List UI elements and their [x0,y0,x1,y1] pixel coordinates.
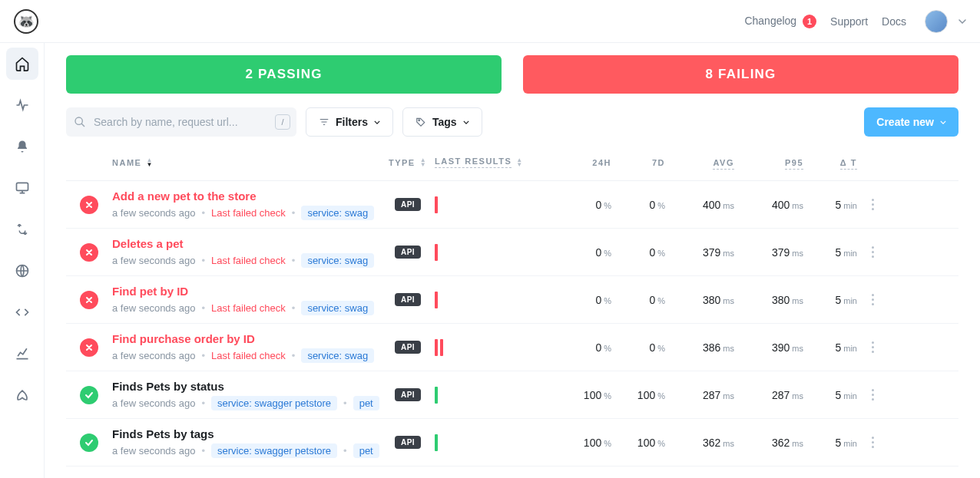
user-menu-caret-icon[interactable] [958,19,966,24]
check-name[interactable]: Deletes a pet [112,237,381,250]
column-dt[interactable]: Δ T [840,158,857,167]
check-time: a few seconds ago [112,445,195,457]
sidebar-home-icon[interactable] [6,48,38,80]
row-menu-icon[interactable] [872,294,874,305]
table-row[interactable]: Add a new pet to the storea few seconds … [66,181,958,229]
results-bars [435,432,558,453]
sidebar [0,0,45,478]
last-failed-link[interactable]: Last failed check [211,302,286,314]
cell-avg: 400ms [703,199,734,211]
last-failed-link[interactable]: Last failed check [211,255,286,266]
cell-p95: 379ms [772,246,803,259]
type-badge: API [395,293,421,306]
result-bar-pass [435,387,438,404]
filters-button[interactable]: Filters [306,107,393,137]
filters-label: Filters [336,116,368,128]
row-menu-icon[interactable] [872,341,874,353]
column-name[interactable]: NAME ▲▼ [112,158,381,167]
logo-icon[interactable]: 🦝 [14,9,38,34]
check-time: a few seconds ago [112,207,195,219]
name-cell: Find purchase order by IDa few seconds a… [112,332,381,363]
docs-link[interactable]: Docs [882,15,906,28]
changelog-label: Changelog [744,15,796,27]
tags-button[interactable]: Tags [402,107,482,137]
results-bars [435,242,558,263]
cell-24h: 0% [595,294,611,306]
check-time: a few seconds ago [112,255,195,266]
check-name[interactable]: Finds Pets by tags [112,427,381,440]
tag-pill[interactable]: service: swag [301,253,374,268]
results-bars [435,337,558,358]
cell-avg: 287ms [703,389,734,401]
column-type[interactable]: TYPE ▲▼ [389,158,427,167]
sidebar-wrench-icon[interactable] [6,213,38,246]
table-row[interactable]: Deletes a peta few seconds ago•Last fail… [66,229,958,276]
check-name[interactable]: Finds Pets by status [112,380,381,393]
cell-7d: 0% [649,199,665,211]
search-input[interactable] [66,107,296,137]
tag-pill[interactable]: service: swagger petstore [211,443,337,458]
table-row[interactable]: Find purchase order by IDa few seconds a… [66,324,958,371]
check-name[interactable]: Add a new pet to the store [112,190,381,203]
failing-label: 8 FAILING [705,67,776,82]
column-avg[interactable]: AVG [713,158,734,167]
failing-tile[interactable]: 8 FAILING [523,55,958,94]
check-name[interactable]: Find purchase order by ID [112,332,381,345]
tag-pill[interactable]: service: swag [301,301,374,315]
status-fail-icon [80,338,98,357]
sidebar-bell-icon[interactable] [6,130,38,163]
create-new-button[interactable]: Create new [864,107,958,137]
sidebar-globe-icon[interactable] [6,255,38,287]
result-bar-fail [435,244,438,261]
last-failed-link[interactable]: Last failed check [211,350,286,361]
tag-pill[interactable]: pet [353,396,379,410]
tag-pill[interactable]: service: swagger petstore [211,396,337,410]
type-badge: API [395,436,421,449]
changelog-link[interactable]: Changelog 1 [744,15,816,28]
sidebar-pulse-icon[interactable] [6,89,38,121]
name-cell: Add a new pet to the storea few seconds … [112,190,381,220]
row-menu-icon[interactable] [872,389,874,401]
table-row[interactable]: Find pet by IDa few seconds ago•Last fai… [66,276,958,324]
table-row[interactable]: Finds Pets by statusa few seconds ago•se… [66,371,958,419]
sidebar-code-icon[interactable] [6,296,38,328]
slash-shortcut: / [275,114,290,130]
passing-tile[interactable]: 2 PASSING [66,55,502,94]
row-menu-icon[interactable] [872,199,874,210]
table-row[interactable]: Finds Pets by tagsa few seconds ago•serv… [66,419,958,466]
status-fail-icon [80,196,98,214]
meta-line: a few seconds ago•Last failed check•serv… [112,206,381,220]
avatar[interactable] [925,10,948,33]
column-p95[interactable]: P95 [785,158,803,167]
results-bars [435,194,558,216]
row-menu-icon[interactable] [872,437,874,448]
tag-pill[interactable]: service: swag [301,206,374,220]
row-menu-icon[interactable] [872,246,874,258]
last-failed-link[interactable]: Last failed check [211,207,286,219]
result-bar-pass [435,434,438,451]
main-content: 2 PASSING 8 FAILING / Filters [45,0,980,478]
sidebar-monitor-icon[interactable] [6,172,38,204]
cell-dt: 5min [835,246,857,259]
meta-line: a few seconds ago•service: swagger petst… [112,443,381,458]
cell-p95: 400ms [772,199,803,211]
chevron-down-icon [463,120,469,124]
checks-table: NAME ▲▼ TYPE ▲▼ LAST RESULTS ▲▼ 24H 7D A… [66,144,958,466]
sort-icon: ▲▼ [516,158,523,167]
cell-dt: 5min [835,294,857,306]
svg-point-2 [75,117,82,124]
cell-24h: 0% [595,199,611,211]
cell-7d: 100% [637,389,665,401]
sidebar-rocket-icon[interactable] [6,379,38,411]
support-link[interactable]: Support [830,15,868,28]
tag-pill[interactable]: pet [353,443,379,458]
changelog-badge: 1 [803,15,816,28]
tag-pill[interactable]: service: swag [301,348,374,363]
sidebar-chart-icon[interactable] [6,338,38,370]
check-name[interactable]: Find pet by ID [112,285,381,298]
column-last-results[interactable]: LAST RESULTS ▲▼ [435,157,558,168]
passing-label: 2 PASSING [245,67,322,82]
column-7d[interactable]: 7D [652,158,665,167]
results-bars [435,289,558,311]
column-24h[interactable]: 24H [592,158,611,167]
